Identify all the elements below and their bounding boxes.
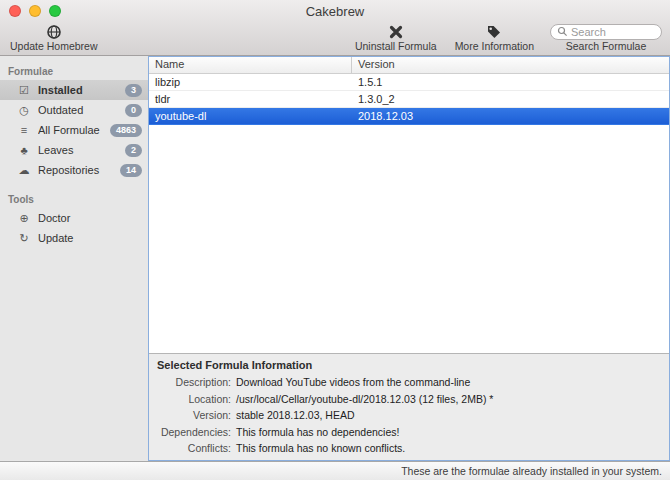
formulae-table: Name Version libzip 1.5.1 tldr 1.3.0_2 y… [149,57,669,353]
tag-icon [486,23,502,40]
table-body: libzip 1.5.1 tldr 1.3.0_2 youtube-dl 201… [149,74,669,353]
sidebar-item-label: Leaves [38,144,118,156]
sidebar: Formulae ☑ Installed 3 ◷ Outdated 0 ≡ Al… [0,56,148,461]
info-row-version: Version: stable 2018.12.03, HEAD [157,409,661,421]
status-bar: These are the formulae already installed… [0,461,670,480]
search-area: Search Formulae [550,22,662,53]
sidebar-item-update[interactable]: ↻ Update [0,228,148,248]
table-row-selected[interactable]: youtube-dl 2018.12.03 [149,108,669,125]
cell-version: 1.5.1 [352,76,388,88]
count-badge: 14 [120,164,142,177]
cell-name: tldr [149,93,352,105]
sidebar-item-label: All Formulae [38,124,103,136]
info-label: Version: [157,409,231,421]
uninstall-x-icon [388,23,404,40]
cell-version: 2018.12.03 [352,110,419,122]
sidebar-section-formulae: Formulae [0,62,148,80]
info-panel-title: Selected Formula Information [157,359,661,371]
sidebar-item-label: Update [38,232,142,244]
uninstall-formula-button[interactable]: Uninstall Formula [353,22,439,53]
count-badge: 2 [125,144,142,157]
title-bar: Cakebrew [0,0,670,22]
info-value: Download YouTube videos from the command… [236,376,470,388]
sidebar-item-repositories[interactable]: ☁ Repositories 14 [0,160,148,180]
sidebar-item-label: Repositories [38,164,113,176]
window-chrome: Cakebrew Update Homebrew [0,0,670,56]
zoom-button[interactable] [49,5,61,17]
search-icon [557,26,568,39]
update-homebrew-label: Update Homebrew [10,40,98,52]
version-column-header[interactable]: Version [352,57,401,73]
info-value: /usr/local/Cellar/youtube-dl/2018.12.03 … [236,393,493,405]
content-area: Name Version libzip 1.5.1 tldr 1.3.0_2 y… [148,56,670,461]
main-area: Formulae ☑ Installed 3 ◷ Outdated 0 ≡ Al… [0,56,670,461]
list-icon: ≡ [17,124,31,136]
installed-checkbox-icon: ☑ [17,84,31,97]
info-label: Location: [157,393,231,405]
table-row[interactable]: tldr 1.3.0_2 [149,91,669,108]
count-badge: 3 [125,84,142,97]
close-button[interactable] [9,5,21,17]
sidebar-item-label: Installed [38,84,118,96]
count-badge: 0 [125,104,142,117]
toolbar: Update Homebrew Uninstall Formula [0,22,670,55]
toolbar-spacer [100,22,339,53]
cakebrew-window: Cakebrew Update Homebrew [0,0,670,480]
sidebar-item-leaves[interactable]: ♣ Leaves 2 [0,140,148,160]
leaf-icon: ♣ [17,144,31,156]
refresh-icon: ↻ [17,232,31,245]
status-text: These are the formulae already installed… [401,465,662,477]
cell-name: libzip [149,76,352,88]
table-row[interactable]: libzip 1.5.1 [149,74,669,91]
table-header: Name Version [149,57,669,74]
cell-name: youtube-dl [149,110,352,122]
info-row-description: Description: Download YouTube videos fro… [157,376,661,388]
count-badge: 4863 [110,124,142,137]
minimize-button[interactable] [29,5,41,17]
cell-version: 1.3.0_2 [352,93,401,105]
more-information-button[interactable]: More Information [453,22,536,53]
info-row-dependencies: Dependencies: This formula has no depend… [157,426,661,438]
name-column-header[interactable]: Name [149,57,352,73]
sidebar-section-tools: Tools [0,190,148,208]
homebrew-globe-icon [46,23,62,40]
sidebar-item-label: Outdated [38,104,118,116]
clock-icon: ◷ [17,104,31,117]
selected-formula-info-panel: Selected Formula Information Description… [149,353,669,460]
sidebar-item-doctor[interactable]: ⊕ Doctor [0,208,148,228]
info-label: Conflicts: [157,442,231,454]
sidebar-item-outdated[interactable]: ◷ Outdated 0 [0,100,148,120]
info-row-conflicts: Conflicts: This formula has no known con… [157,442,661,454]
info-row-location: Location: /usr/local/Cellar/youtube-dl/2… [157,393,661,405]
info-value: This formula has no dependencies! [236,426,399,438]
window-title: Cakebrew [306,4,365,19]
doctor-cross-icon: ⊕ [17,212,31,225]
sidebar-item-all-formulae[interactable]: ≡ All Formulae 4863 [0,120,148,140]
traffic-lights [9,5,61,17]
info-label: Description: [157,376,231,388]
uninstall-formula-label: Uninstall Formula [355,40,437,52]
sidebar-item-installed[interactable]: ☑ Installed 3 [0,80,148,100]
info-label: Dependencies: [157,426,231,438]
info-value: This formula has no known conflicts. [236,442,405,454]
search-field[interactable] [550,24,662,40]
search-formulae-label: Search Formulae [566,40,647,52]
sidebar-item-label: Doctor [38,212,142,224]
update-homebrew-button[interactable]: Update Homebrew [8,22,100,53]
cloud-icon: ☁ [17,164,31,177]
info-value: stable 2018.12.03, HEAD [236,409,355,421]
more-information-label: More Information [455,40,534,52]
search-input[interactable] [571,26,655,38]
